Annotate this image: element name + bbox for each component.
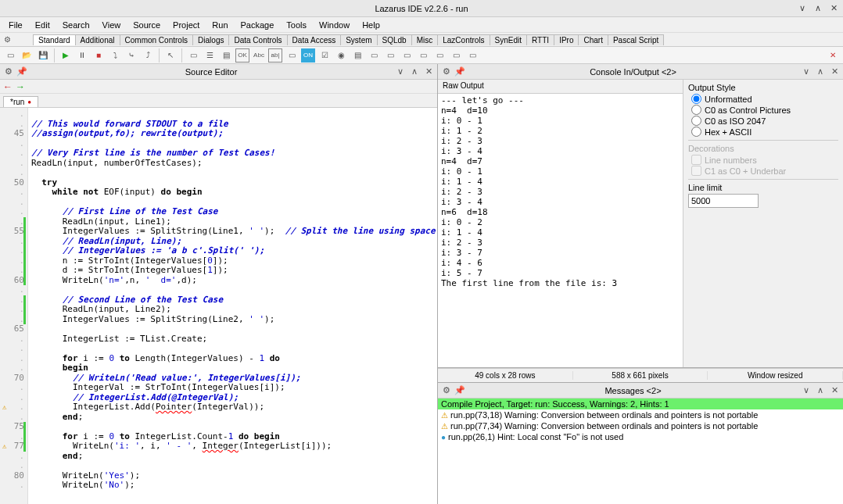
arrow-icon[interactable]: ↖ xyxy=(163,48,178,63)
component-checkbox-icon[interactable]: ☑ xyxy=(317,48,332,63)
menu-window[interactable]: Window xyxy=(314,19,355,31)
component-checkgroup-icon[interactable]: ▭ xyxy=(432,48,447,63)
help-icon[interactable]: ✕ xyxy=(826,48,840,63)
step-out-icon[interactable]: ⤴ xyxy=(141,48,155,63)
line-limit-input[interactable] xyxy=(688,194,759,208)
palette-tab-synedit[interactable]: SynEdit xyxy=(490,34,527,45)
menu-project[interactable]: Project xyxy=(167,19,205,31)
menu-help[interactable]: Help xyxy=(357,19,386,31)
panel-min-icon[interactable]: ∨ xyxy=(801,385,812,396)
step-over-icon[interactable]: ⤵ xyxy=(108,48,122,63)
component-combobox-icon[interactable]: ▭ xyxy=(367,48,381,63)
output-style-hex-+-ascii[interactable]: Hex + ASCII xyxy=(688,127,838,137)
code-body[interactable]: // This would forward STDOUT to a file//… xyxy=(28,108,437,504)
component-mainmenu-icon[interactable]: ☰ xyxy=(203,48,217,63)
output-style-unformatted[interactable]: Unformatted xyxy=(688,94,838,104)
palette-tab-chart[interactable]: Chart xyxy=(578,34,608,45)
panel-gear-icon[interactable]: ⚙ xyxy=(441,66,452,77)
close-icon[interactable]: ✕ xyxy=(829,4,838,13)
palette-tab-common-controls[interactable]: Common Controls xyxy=(120,34,194,45)
messages-list[interactable]: Compile Project, Target: run: Success, W… xyxy=(438,399,843,504)
menu-package[interactable]: Package xyxy=(235,19,280,31)
source-editor-header: ⚙ 📌 Source Editor ∨ ∧ ✕ xyxy=(0,64,437,80)
component-button-icon[interactable]: OK xyxy=(235,48,249,63)
palette-tab-pascal-script[interactable]: Pascal Script xyxy=(608,34,664,45)
component-memo-icon[interactable]: ▭ xyxy=(285,48,299,63)
open-file-icon[interactable]: 📂 xyxy=(20,48,34,63)
nav-back-icon[interactable]: ← xyxy=(3,81,13,92)
messages-title: Messages <2> xyxy=(465,386,801,395)
message-line[interactable]: Compile Project, Target: run: Success, W… xyxy=(438,399,843,409)
menu-file[interactable]: File xyxy=(3,19,28,31)
tab-close-icon[interactable]: ● xyxy=(27,98,31,105)
palette-tab-lazcontrols[interactable]: LazControls xyxy=(437,34,490,45)
message-line[interactable]: ⚠run.pp(73,18) Warning: Conversion betwe… xyxy=(438,409,843,420)
menu-source[interactable]: Source xyxy=(127,19,166,31)
toolbar: ▭ 📂 💾 ▶ ⏸ ■ ⤵ ⤷ ⤴ ↖ ▭ ☰ ▤ OK Abc ab| ▭ O… xyxy=(0,47,843,64)
component-label-icon[interactable]: Abc xyxy=(252,48,266,63)
component-actionlist-icon[interactable]: ▭ xyxy=(465,48,479,63)
menu-run[interactable]: Run xyxy=(206,19,233,31)
minimize-icon[interactable]: ∨ xyxy=(798,4,807,13)
panel-max-icon[interactable]: ∧ xyxy=(409,66,420,77)
messages-panel: ⚙ 📌 Messages <2> ∨ ∧ ✕ Compile Project, … xyxy=(438,382,843,504)
component-edit-icon[interactable]: ab| xyxy=(268,48,282,63)
console-text[interactable]: --- let's go --- n=4 d=10 i: 0 - 1 i: 1 … xyxy=(438,94,683,367)
panel-pin-icon[interactable]: 📌 xyxy=(454,66,465,77)
palette-tab-standard[interactable]: Standard xyxy=(33,34,76,45)
pause-icon[interactable]: ⏸ xyxy=(75,48,89,63)
component-panel-icon[interactable]: ▭ xyxy=(449,48,463,63)
console-options: Output Style UnformattedC0 as Control Pi… xyxy=(683,80,843,367)
nav-fwd-icon[interactable]: → xyxy=(16,81,25,92)
palette-tab-system[interactable]: System xyxy=(340,34,377,45)
palette-tab-ipro[interactable]: IPro xyxy=(554,34,579,45)
palette-tab-misc[interactable]: Misc xyxy=(411,34,439,45)
palette-tab-additional[interactable]: Additional xyxy=(75,34,120,45)
menu-edit[interactable]: Edit xyxy=(30,19,56,31)
component-popup-icon[interactable]: ▤ xyxy=(219,48,233,63)
component-listbox-icon[interactable]: ▤ xyxy=(350,48,364,63)
component-toggle-icon[interactable]: ON xyxy=(301,48,315,63)
palette-tab-rtti[interactable]: RTTI xyxy=(526,34,554,45)
panel-max-icon[interactable]: ∧ xyxy=(815,385,826,396)
console-title: Console In/Output <2> xyxy=(465,67,801,77)
component-groupbox-icon[interactable]: ▭ xyxy=(400,48,414,63)
run-icon[interactable]: ▶ xyxy=(59,48,73,63)
messages-header: ⚙ 📌 Messages <2> ∨ ∧ ✕ xyxy=(438,383,843,399)
raw-output-tab[interactable]: Raw Output xyxy=(438,80,683,94)
menu-tools[interactable]: Tools xyxy=(281,19,312,31)
component-frame-icon[interactable]: ▭ xyxy=(186,48,200,63)
save-file-icon[interactable]: 💾 xyxy=(36,48,50,63)
panel-pin-icon[interactable]: 📌 xyxy=(454,385,465,396)
component-scrollbar-icon[interactable]: ▭ xyxy=(383,48,397,63)
step-into-icon[interactable]: ⤷ xyxy=(124,48,138,63)
component-radiogroup-icon[interactable]: ▭ xyxy=(416,48,430,63)
menu-view[interactable]: View xyxy=(97,19,127,31)
palette-config-icon[interactable]: ⚙ xyxy=(0,33,14,47)
output-style-c0-as-control-pictures[interactable]: C0 as Control Pictures xyxy=(688,105,838,115)
panel-gear-icon[interactable]: ⚙ xyxy=(441,385,452,396)
file-tab-run[interactable]: *run ● xyxy=(3,96,38,107)
message-line[interactable]: ⚠run.pp(77,34) Warning: Conversion betwe… xyxy=(438,420,843,431)
panel-close-icon[interactable]: ✕ xyxy=(829,385,840,396)
message-line[interactable]: ●run.pp(26,1) Hint: Local const "Fo" is … xyxy=(438,431,843,442)
panel-gear-icon[interactable]: ⚙ xyxy=(3,66,14,77)
palette-tab-data-access[interactable]: Data Access xyxy=(287,34,342,45)
maximize-icon[interactable]: ∧ xyxy=(813,4,823,13)
window-title: Lazarus IDE v2.2.6 - run xyxy=(375,4,468,13)
palette-tab-data-controls[interactable]: Data Controls xyxy=(228,34,287,45)
palette-tab-dialogs[interactable]: Dialogs xyxy=(192,34,229,45)
component-radio-icon[interactable]: ◉ xyxy=(334,48,348,63)
panel-close-icon[interactable]: ✕ xyxy=(829,66,840,77)
new-file-icon[interactable]: ▭ xyxy=(3,48,17,63)
panel-close-icon[interactable]: ✕ xyxy=(423,66,434,77)
panel-max-icon[interactable]: ∧ xyxy=(815,66,826,77)
panel-min-icon[interactable]: ∨ xyxy=(395,66,406,77)
panel-pin-icon[interactable]: 📌 xyxy=(16,66,27,77)
palette-tab-sqldb[interactable]: SQLdb xyxy=(377,34,412,45)
output-style-c0-as-iso-2047[interactable]: C0 as ISO 2047 xyxy=(688,116,838,126)
stop-icon[interactable]: ■ xyxy=(91,48,106,63)
panel-min-icon[interactable]: ∨ xyxy=(801,66,812,77)
code-editor[interactable]: ..45....50....55....60....65....70..⚠..7… xyxy=(0,108,437,504)
menu-search[interactable]: Search xyxy=(57,19,95,31)
